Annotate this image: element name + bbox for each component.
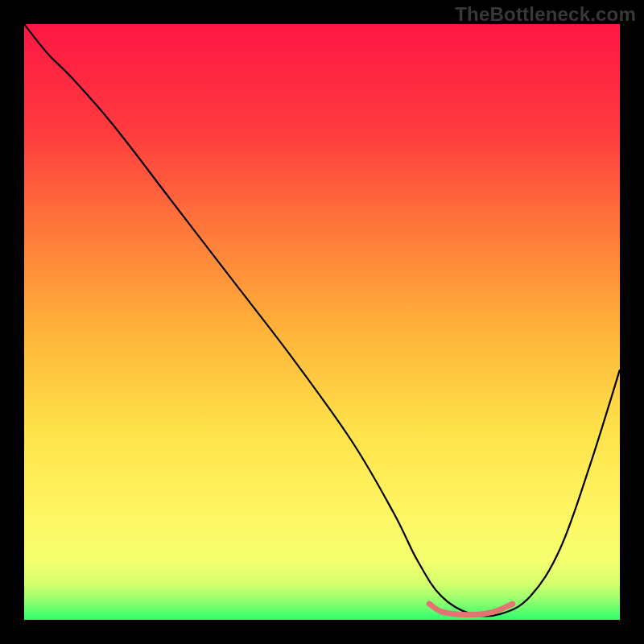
watermark-text: TheBottleneck.com <box>455 3 636 26</box>
chart-container: TheBottleneck.com <box>0 0 644 644</box>
chart-svg <box>24 24 620 620</box>
gradient-background <box>24 24 620 620</box>
plot-area <box>24 24 620 620</box>
